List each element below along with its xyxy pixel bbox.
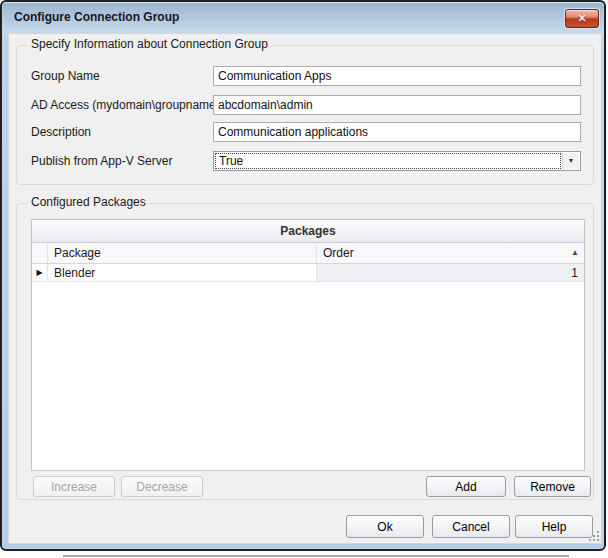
publish-row: Publish from App-V Server True ▼: [17, 151, 593, 171]
description-label: Description: [31, 122, 91, 142]
description-row: Description: [17, 122, 593, 142]
packages-table-empty-area: [32, 282, 584, 470]
dialog-content: Specify Information about Connection Gro…: [8, 33, 602, 544]
row-selector-icon: ▶: [36, 269, 42, 277]
desktop-background: Configure Connection Group ✕ Specify Inf…: [0, 0, 608, 558]
package-column-label: Package: [54, 246, 101, 260]
ad-access-row: AD Access (mydomain\groupname): [17, 95, 593, 115]
sort-ascending-icon: ▲: [571, 249, 579, 257]
package-column-header[interactable]: Package: [48, 243, 317, 263]
titlebar[interactable]: Configure Connection Group ✕: [2, 2, 604, 33]
close-icon: ✕: [566, 10, 598, 27]
ad-access-label: AD Access (mydomain\groupname): [31, 95, 220, 115]
package-cell: Blender: [48, 264, 317, 281]
publish-select[interactable]: True ▼: [213, 151, 581, 171]
resize-grip-icon[interactable]: [588, 530, 599, 541]
decrease-button: Decrease: [121, 476, 203, 497]
ok-button[interactable]: Ok: [346, 515, 424, 538]
background-window-edge: [63, 555, 569, 557]
order-cell: 1: [317, 264, 584, 281]
row-selector-cell: ▶: [32, 264, 48, 281]
publish-select-value: True: [215, 153, 561, 169]
packages-table-header-row: Package Order ▲: [32, 243, 584, 264]
group-name-label: Group Name: [31, 66, 100, 86]
publish-label: Publish from App-V Server: [31, 151, 172, 171]
order-column-label: Order: [323, 246, 354, 260]
description-input[interactable]: [213, 122, 581, 142]
packages-table-title: Packages: [32, 220, 584, 243]
packages-groupbox: Configured Packages Packages Package Ord…: [16, 203, 594, 500]
packages-groupbox-legend: Configured Packages: [27, 195, 150, 209]
group-name-row: Group Name: [17, 66, 593, 86]
window-title: Configure Connection Group: [14, 2, 179, 32]
increase-button: Increase: [33, 476, 115, 497]
add-button[interactable]: Add: [426, 476, 506, 497]
close-button[interactable]: ✕: [565, 9, 599, 28]
order-column-header[interactable]: Order ▲: [317, 243, 584, 263]
ad-access-input[interactable]: [213, 95, 581, 115]
dialog-window: Configure Connection Group ✕ Specify Inf…: [0, 0, 606, 551]
info-groupbox: Specify Information about Connection Gro…: [16, 45, 594, 185]
info-groupbox-legend: Specify Information about Connection Gro…: [27, 37, 272, 51]
row-selector-header-cell: [32, 243, 48, 263]
help-button[interactable]: Help: [515, 515, 593, 538]
table-row[interactable]: ▶ Blender 1: [32, 264, 584, 282]
chevron-down-icon: ▼: [563, 153, 579, 169]
publish-select-dropdown-button[interactable]: ▼: [562, 153, 579, 169]
cancel-button[interactable]: Cancel: [432, 515, 510, 538]
remove-button[interactable]: Remove: [514, 476, 591, 497]
group-name-input[interactable]: [213, 66, 581, 86]
packages-table: Packages Package Order ▲ ▶: [31, 219, 585, 471]
